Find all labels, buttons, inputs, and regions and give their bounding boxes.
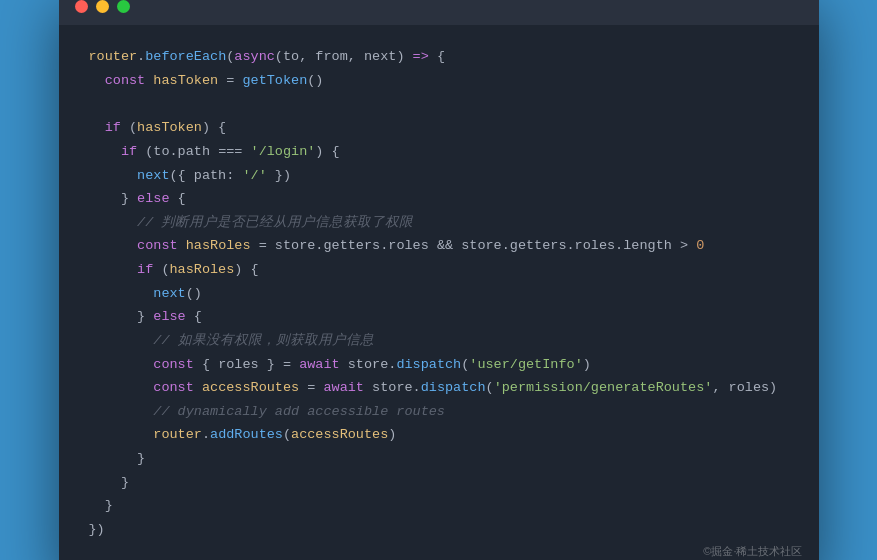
code-line-8: // 判断用户是否已经从用户信息获取了权限 bbox=[89, 211, 789, 235]
code-editor: router.beforeEach(async(to, from, next) … bbox=[59, 25, 819, 560]
maximize-button[interactable] bbox=[117, 0, 130, 13]
code-line-17: router.addRoutes(accessRoutes) bbox=[89, 423, 789, 447]
watermark: ©掘金·稀土技术社区 bbox=[703, 542, 802, 560]
code-line-12: } else { bbox=[89, 305, 789, 329]
code-line-13: // 如果没有权限，则获取用户信息 bbox=[89, 329, 789, 353]
code-line-19: } bbox=[89, 471, 789, 495]
minimize-button[interactable] bbox=[96, 0, 109, 13]
code-line-16: // dynamically add accessible routes bbox=[89, 400, 789, 424]
code-line-18: } bbox=[89, 447, 789, 471]
code-line-3 bbox=[89, 93, 789, 117]
titlebar bbox=[59, 0, 819, 25]
code-line-6: next({ path: '/' }) bbox=[89, 164, 789, 188]
code-line-5: if (to.path === '/login') { bbox=[89, 140, 789, 164]
code-line-15: const accessRoutes = await store.dispatc… bbox=[89, 376, 789, 400]
code-line-14: const { roles } = await store.dispatch('… bbox=[89, 353, 789, 377]
code-line-10: if (hasRoles) { bbox=[89, 258, 789, 282]
code-line-7: } else { bbox=[89, 187, 789, 211]
code-line-9: const hasRoles = store.getters.roles && … bbox=[89, 234, 789, 258]
code-window: router.beforeEach(async(to, from, next) … bbox=[59, 0, 819, 560]
code-line-1: router.beforeEach(async(to, from, next) … bbox=[89, 45, 789, 69]
code-line-11: next() bbox=[89, 282, 789, 306]
code-line-20: } bbox=[89, 494, 789, 518]
code-line-2: const hasToken = getToken() bbox=[89, 69, 789, 93]
code-line-21: }) bbox=[89, 518, 789, 542]
close-button[interactable] bbox=[75, 0, 88, 13]
code-line-4: if (hasToken) { bbox=[89, 116, 789, 140]
